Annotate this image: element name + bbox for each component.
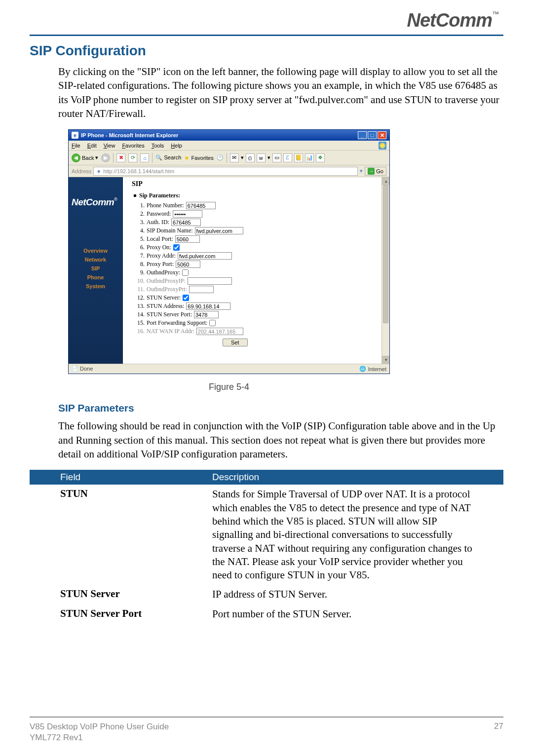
menubar: File Edit View Favorites Tools Help	[69, 141, 389, 151]
ext3-button[interactable]: ❖	[316, 153, 325, 162]
table-row: STUN ServerIP address of STUN Server.	[30, 585, 503, 604]
param-label: STUN Server Port:	[147, 311, 192, 318]
maximize-button[interactable]: □	[368, 131, 377, 139]
page-footer: V85 Desktop VoIP Phone User Guide YML772…	[30, 717, 503, 743]
mail-button[interactable]: ✉	[230, 153, 239, 162]
param-number: 11.	[134, 286, 145, 293]
footer-title: V85 Desktop VoIP Phone User Guide	[30, 721, 169, 732]
address-bar: Address e http://192.168.1.144/start.htm…	[69, 165, 389, 177]
address-dropdown-icon[interactable]: ▾	[360, 168, 363, 174]
nav-overview[interactable]: Overview	[69, 246, 122, 255]
param-row: 3.Auth. ID:	[134, 218, 389, 227]
print-button[interactable]: ⎙	[246, 153, 255, 162]
menu-tools[interactable]: Tools	[152, 143, 164, 149]
home-button[interactable]: ⌂	[140, 153, 149, 162]
param-input[interactable]	[188, 277, 232, 285]
menu-help[interactable]: Help	[171, 143, 182, 149]
sidebar-logo-text: NetComm	[72, 197, 114, 207]
done-icon: 📄	[72, 366, 78, 372]
toolbar-sep3	[227, 153, 227, 163]
minimize-button[interactable]: _	[358, 131, 367, 139]
scroll-up-icon[interactable]: ▴	[382, 177, 389, 185]
go-label: Go	[376, 168, 383, 174]
ext1-button[interactable]: 📒	[294, 153, 303, 162]
ie-icon: e	[72, 132, 78, 139]
scrollbar[interactable]: ▴ ▾	[381, 177, 389, 364]
param-label: Password:	[147, 210, 171, 218]
param-checkbox[interactable]	[173, 244, 180, 251]
main-panel: SIP Sip Parameters: 1.Phone Number:2.Pas…	[123, 177, 389, 364]
status-left: 📄 Done	[72, 366, 93, 372]
set-button[interactable]: Set	[223, 339, 248, 346]
param-input[interactable]	[178, 252, 232, 260]
forward-button[interactable]: ▶	[101, 153, 110, 162]
menu-file[interactable]: File	[72, 143, 80, 149]
param-label: Local Port:	[147, 235, 173, 243]
param-checkbox[interactable]	[182, 269, 189, 276]
toolbar-extra: ✉▾ ⎙ w▾ ▭ ℰ 📒 📊 ❖	[230, 153, 325, 162]
history-button[interactable]	[217, 154, 224, 161]
param-input[interactable]	[175, 235, 200, 243]
param-checkbox[interactable]	[209, 320, 216, 326]
nav-system[interactable]: System	[69, 282, 122, 291]
nav-sip[interactable]: SIP	[69, 264, 122, 273]
param-label: OutbndProxyPrt:	[147, 286, 187, 293]
param-number: 6.	[134, 244, 145, 251]
scroll-thumb[interactable]	[383, 185, 388, 323]
cell-field: STUN	[30, 488, 212, 582]
param-label: NAT WAN IP Addr:	[147, 328, 194, 335]
param-input[interactable]	[186, 202, 216, 209]
param-number: 5.	[134, 235, 145, 243]
figure-caption: Figure 5-4	[68, 382, 390, 392]
param-checkbox[interactable]	[183, 295, 189, 301]
toolbar-sep	[113, 153, 114, 163]
sidebar-logo: NetComm®	[69, 197, 122, 217]
refresh-button[interactable]: ⟳	[128, 153, 137, 162]
param-number: 13.	[134, 302, 145, 310]
param-row: 7.Proxy Addr:	[134, 252, 389, 260]
param-number: 12.	[134, 294, 145, 302]
param-input[interactable]	[176, 261, 200, 268]
status-done-text: Done	[80, 366, 93, 372]
menu-favorites[interactable]: Favorites	[122, 143, 144, 149]
param-input[interactable]	[171, 219, 201, 226]
address-input[interactable]: e http://192.168.1.144/start.htm	[93, 167, 358, 176]
param-label: STUN Address:	[147, 302, 184, 310]
nav-network[interactable]: Network	[69, 255, 122, 264]
favorites-button[interactable]: Favorites	[184, 154, 213, 161]
param-row: 1.Phone Number:	[134, 201, 389, 210]
param-input[interactable]	[195, 227, 243, 234]
param-row: 6.Proxy On:	[134, 243, 389, 252]
page-number: 27	[494, 721, 503, 743]
param-row: 4.SIP Domain Name:	[134, 227, 389, 235]
discuss-button[interactable]: ▭	[272, 153, 281, 162]
research-button[interactable]: ℰ	[283, 153, 292, 162]
param-label: Proxy Addr:	[147, 252, 176, 260]
nav-phone[interactable]: Phone	[69, 273, 122, 282]
param-input[interactable]	[189, 286, 214, 293]
close-button[interactable]: ✕	[378, 131, 386, 139]
stop-button[interactable]: ✖	[116, 153, 125, 162]
param-label: Phone Number:	[147, 202, 184, 209]
param-row: 15.Port Forwarding Support:	[134, 319, 389, 327]
param-label: Proxy On:	[147, 244, 171, 251]
ext2-button[interactable]: 📊	[305, 153, 314, 162]
scroll-down-icon[interactable]: ▾	[382, 356, 389, 364]
edit-button[interactable]: w	[257, 153, 266, 162]
go-button[interactable]: → Go	[365, 167, 386, 176]
address-label: Address	[72, 168, 91, 174]
param-input[interactable]	[173, 210, 202, 218]
dropdown-icon: ▾	[241, 154, 244, 161]
toolbar: ◀ Back ▾ ▶ ✖ ⟳ ⌂ Search Favorites ✉▾ ⎙ w…	[69, 151, 389, 165]
brand-text: NetComm	[407, 10, 492, 31]
back-button[interactable]: ◀ Back ▾	[72, 153, 98, 162]
statusbar: 📄 Done Internet	[69, 364, 389, 374]
param-number: 16.	[134, 328, 145, 335]
param-input[interactable]	[194, 311, 219, 318]
param-input[interactable]	[186, 302, 230, 310]
menu-edit[interactable]: Edit	[87, 143, 97, 149]
menu-view[interactable]: View	[104, 143, 115, 149]
search-button[interactable]: Search	[155, 154, 181, 161]
screenshot-figure: e IP Phone - Microsoft Internet Explorer…	[68, 129, 503, 374]
param-input[interactable]	[196, 328, 243, 335]
